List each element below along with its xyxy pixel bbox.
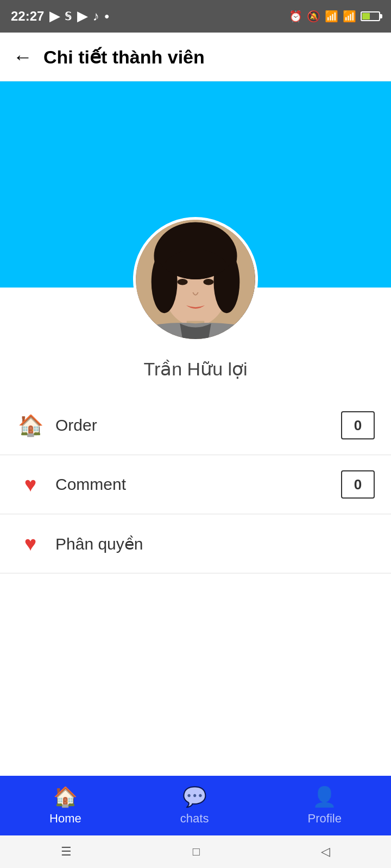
android-home-btn[interactable]: □: [193, 845, 200, 859]
profile-nav-label: Profile: [308, 812, 342, 826]
wifi-icon: 📶: [325, 10, 338, 23]
status-left: 22:27 ▶ 𝕊 ▶ ♪ •: [11, 9, 109, 24]
nav-profile[interactable]: 👤 Profile: [308, 786, 342, 826]
nav-chats[interactable]: 💬 chats: [180, 786, 209, 826]
profile-name-area: Trần Hữu lợi: [0, 353, 391, 391]
time-display: 22:27: [11, 9, 44, 24]
phan-quyen-heart-icon: ♥: [16, 529, 45, 558]
dot-indicator: •: [104, 9, 109, 24]
play-icon: ▶: [49, 9, 59, 24]
order-badge: 0: [341, 411, 375, 439]
s-icon: 𝕊: [65, 10, 72, 23]
order-label: Order: [55, 416, 341, 435]
status-right: ⏰ 🔕 📶 📶: [289, 10, 380, 23]
chats-nav-label: chats: [180, 812, 209, 826]
comment-row[interactable]: ♥ Comment 0: [0, 455, 391, 514]
back-button[interactable]: ←: [13, 46, 33, 68]
house-icon: 🏠: [16, 411, 45, 439]
comment-heart-icon: ♥: [16, 470, 45, 499]
nav-home[interactable]: 🏠 Home: [49, 786, 81, 826]
android-back-btn[interactable]: ◁: [321, 845, 330, 859]
top-bar: ← Chi tiết thành viên: [0, 33, 391, 81]
avatar-container: [133, 217, 258, 342]
signal-icon: 📶: [343, 10, 356, 23]
list-section: 🏠 Order 0 ♥ Comment 0 ♥ Phân quyền: [0, 396, 391, 573]
svg-point-7: [203, 279, 213, 285]
svg-point-6: [178, 279, 188, 285]
android-nav-bar: ☰ □ ◁: [0, 835, 391, 868]
avatar-svg: [136, 220, 255, 339]
avatar: [136, 220, 255, 339]
android-menu-btn[interactable]: ☰: [61, 845, 72, 859]
bottom-nav: 🏠 Home 💬 chats 👤 Profile: [0, 776, 391, 835]
profile-name: Trần Hữu lợi: [143, 359, 247, 379]
page-title: Chi tiết thành viên: [43, 46, 205, 68]
comment-badge: 0: [341, 470, 375, 499]
battery-icon: [361, 11, 380, 21]
cover-photo: [0, 81, 391, 288]
tiktok-icon: ♪: [92, 9, 99, 24]
battery-fill: [362, 13, 370, 20]
phan-quyen-row[interactable]: ♥ Phân quyền: [0, 514, 391, 573]
home-nav-icon: 🏠: [53, 786, 78, 808]
phan-quyen-label: Phân quyền: [55, 534, 375, 553]
order-row[interactable]: 🏠 Order 0: [0, 396, 391, 455]
profile-nav-icon: 👤: [312, 786, 337, 808]
mute-icon: 🔕: [307, 10, 320, 23]
comment-label: Comment: [55, 475, 341, 494]
youtube-icon: ▶: [77, 9, 87, 24]
chats-nav-icon: 💬: [182, 786, 207, 808]
home-nav-label: Home: [49, 812, 81, 826]
alarm-icon: ⏰: [289, 10, 302, 23]
status-bar: 22:27 ▶ 𝕊 ▶ ♪ • ⏰ 🔕 📶 📶: [0, 0, 391, 33]
